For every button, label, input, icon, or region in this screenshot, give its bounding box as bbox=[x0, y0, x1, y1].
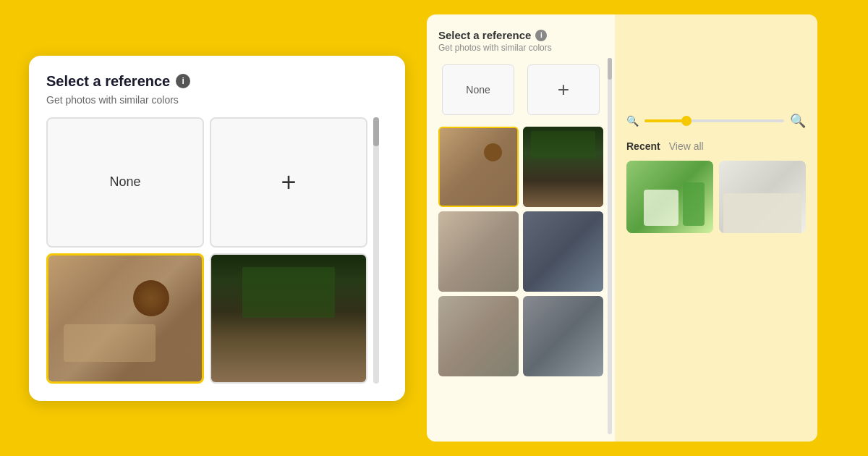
side-overlay-panel: 🔍 🔍 Recent View all bbox=[615, 14, 817, 442]
right-subtitle: Get photos with similar colors bbox=[438, 43, 603, 53]
none-card[interactable]: None bbox=[46, 117, 204, 248]
right-none-plus-row: None + bbox=[427, 59, 615, 121]
right-none-label: None bbox=[466, 84, 490, 96]
recent-grid bbox=[626, 161, 806, 233]
right-thumb-3[interactable] bbox=[438, 211, 519, 292]
viewall-tab[interactable]: View all bbox=[669, 140, 704, 152]
recent-thumb-2[interactable] bbox=[719, 161, 806, 233]
zoom-slider[interactable] bbox=[644, 119, 784, 122]
left-grid: None + bbox=[46, 117, 367, 384]
zoom-in-icon[interactable]: 🔍 bbox=[790, 113, 806, 129]
left-subtitle: Get photos with similar colors bbox=[46, 94, 388, 106]
left-title-text: Select a reference bbox=[46, 73, 170, 90]
none-label: None bbox=[109, 174, 140, 190]
right-scrollbar[interactable] bbox=[608, 58, 612, 434]
right-header: Select a reference i Get photos with sim… bbox=[427, 29, 615, 59]
room1-card[interactable] bbox=[46, 253, 204, 384]
left-panel: Select a reference i Get photos with sim… bbox=[29, 56, 405, 401]
right-info-icon[interactable]: i bbox=[535, 30, 547, 41]
right-thumb-4[interactable] bbox=[523, 211, 603, 292]
zoom-thumb bbox=[681, 116, 692, 126]
add-reference-card[interactable]: + bbox=[210, 117, 367, 248]
zoom-out-icon[interactable]: 🔍 bbox=[626, 115, 639, 127]
right-thumb-6[interactable] bbox=[523, 296, 603, 376]
left-grid-container: None + bbox=[46, 117, 388, 384]
right-thumb-1[interactable] bbox=[438, 127, 519, 207]
right-thumb-5[interactable] bbox=[438, 296, 519, 376]
right-image-grid bbox=[427, 121, 615, 382]
add-icon: + bbox=[281, 167, 296, 198]
right-add-icon: + bbox=[558, 78, 569, 101]
right-scrollbar-thumb bbox=[608, 58, 612, 80]
zoom-row: 🔍 🔍 bbox=[626, 26, 806, 129]
left-panel-title: Select a reference i bbox=[46, 73, 388, 90]
recent-tab[interactable]: Recent bbox=[626, 140, 660, 152]
right-panel-title: Select a reference i bbox=[438, 29, 603, 41]
right-thumb-2[interactable] bbox=[523, 127, 603, 207]
right-add-card[interactable]: + bbox=[527, 64, 600, 115]
left-scrollbar-thumb bbox=[373, 117, 379, 146]
right-title-text: Select a reference bbox=[438, 29, 531, 41]
right-none-card[interactable]: None bbox=[442, 64, 514, 115]
recent-thumb-1[interactable] bbox=[626, 161, 713, 233]
right-main-panel: Select a reference i Get photos with sim… bbox=[427, 14, 615, 442]
zoom-fill bbox=[644, 119, 686, 122]
right-panel: Select a reference i Get photos with sim… bbox=[427, 14, 861, 442]
left-scrollbar[interactable] bbox=[373, 117, 379, 384]
recent-header: Recent View all bbox=[626, 140, 806, 152]
room2-card[interactable] bbox=[210, 253, 367, 384]
info-icon[interactable]: i bbox=[176, 74, 190, 88]
